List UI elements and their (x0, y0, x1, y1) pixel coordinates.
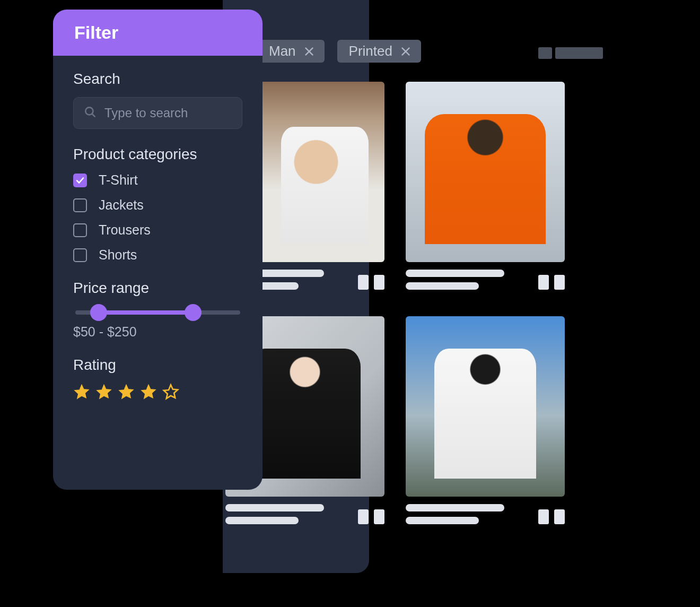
section-heading-price: Price range (73, 280, 242, 297)
category-checkbox-jackets[interactable]: Jackets (73, 197, 242, 213)
chip-label: Printed (349, 43, 392, 59)
product-image[interactable]: UNFRIEND (406, 82, 565, 262)
section-heading-categories: Product categories (73, 146, 242, 163)
star-outline-icon[interactable] (162, 383, 179, 400)
filter-search-section: Search (73, 71, 242, 129)
section-heading-search: Search (73, 71, 242, 88)
checkbox-unchecked-icon[interactable] (73, 223, 87, 237)
shirt-graphic-text: OUT CAST (313, 176, 355, 213)
category-checkbox-t-shirt[interactable]: T-Shirt (73, 172, 242, 188)
price-slider-track[interactable] (75, 310, 240, 315)
star-filled-icon[interactable] (140, 383, 157, 400)
category-label: Jackets (99, 197, 144, 213)
close-icon[interactable] (400, 46, 412, 57)
price-range-label: $50 - $250 (73, 324, 242, 340)
category-checkbox-shorts[interactable]: Shorts (73, 247, 242, 263)
checkbox-unchecked-icon[interactable] (73, 198, 87, 212)
rating-stars (73, 383, 242, 400)
checkbox-unchecked-icon[interactable] (73, 248, 87, 262)
checkbox-checked-icon[interactable] (73, 174, 87, 187)
close-icon[interactable] (303, 46, 315, 57)
product-meta (406, 270, 565, 295)
price-slider-max-thumb[interactable] (185, 304, 202, 321)
product-grid-area: Man Printed OUT CAST (225, 0, 607, 573)
category-label: Shorts (99, 247, 137, 263)
section-heading-rating: Rating (73, 357, 242, 374)
product-meta (406, 504, 565, 530)
product-image[interactable]: FUCKING AWESOME (406, 316, 565, 497)
category-label: T-Shirt (99, 172, 138, 188)
price-slider-min-thumb[interactable] (90, 304, 107, 321)
sort-control-placeholder[interactable] (538, 45, 607, 61)
svg-line-5 (92, 114, 94, 116)
search-input-wrapper[interactable] (73, 97, 242, 129)
star-filled-icon[interactable] (95, 383, 112, 400)
filter-panel-title: Filter (53, 10, 262, 56)
search-input[interactable] (104, 106, 262, 120)
filter-rating-section: Rating (73, 357, 242, 400)
category-label: Trousers (99, 222, 151, 238)
star-filled-icon[interactable] (73, 383, 90, 400)
category-checkbox-trousers[interactable]: Trousers (73, 222, 242, 238)
filter-categories-section: Product categories T-ShirtJacketsTrouser… (73, 146, 242, 263)
product-grid: OUT CAST UNFRIEND (225, 82, 607, 530)
filter-chip-man[interactable]: Man (257, 40, 325, 63)
price-slider-fill (99, 310, 193, 315)
shirt-graphic-text: UNFRIEND (453, 164, 530, 189)
filter-panel: Filter Search Product categories T-Shirt… (53, 10, 262, 490)
category-list: T-ShirtJacketsTrousersShorts (73, 172, 242, 263)
shirt-graphic-text: FUCKING AWESOME (450, 417, 534, 426)
product-card[interactable]: UNFRIEND (406, 82, 565, 295)
star-filled-icon[interactable] (118, 383, 135, 400)
search-icon (83, 105, 97, 121)
filter-chip-printed[interactable]: Printed (337, 40, 421, 63)
product-meta (225, 504, 384, 530)
product-card[interactable]: FUCKING AWESOME (406, 316, 565, 530)
chip-label: Man (269, 43, 296, 59)
filter-price-section: Price range $50 - $250 (73, 280, 242, 340)
